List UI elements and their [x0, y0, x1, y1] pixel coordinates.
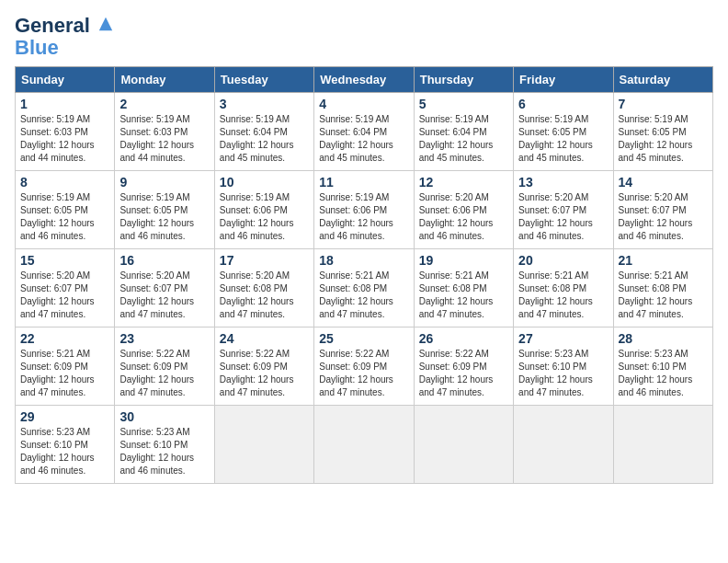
- day-number: 15: [20, 253, 109, 268]
- day-number: 18: [319, 253, 408, 268]
- cell-content: Sunrise: 5:19 AM Sunset: 6:04 PM Dayligh…: [319, 113, 408, 165]
- calendar-cell: 28 Sunrise: 5:23 AM Sunset: 6:10 PM Dayl…: [613, 327, 712, 406]
- day-number: 30: [119, 409, 209, 424]
- cell-content: Sunrise: 5:21 AM Sunset: 6:08 PM Dayligh…: [619, 270, 708, 321]
- calendar-cell: [314, 406, 414, 484]
- calendar-cell: 3 Sunrise: 5:19 AM Sunset: 6:04 PM Dayli…: [214, 93, 313, 171]
- cell-content: Sunrise: 5:21 AM Sunset: 6:09 PM Dayligh…: [20, 348, 109, 399]
- weekday-header-tuesday: Tuesday: [214, 67, 313, 93]
- cell-content: Sunrise: 5:21 AM Sunset: 6:08 PM Dayligh…: [319, 270, 408, 321]
- calendar-cell: 9 Sunrise: 5:19 AM Sunset: 6:05 PM Dayli…: [115, 171, 214, 249]
- svg-marker-0: [99, 17, 112, 30]
- cell-content: Sunrise: 5:20 AM Sunset: 6:06 PM Dayligh…: [419, 191, 508, 243]
- calendar-cell: 23 Sunrise: 5:22 AM Sunset: 6:09 PM Dayl…: [115, 327, 214, 406]
- cell-content: Sunrise: 5:19 AM Sunset: 6:03 PM Dayligh…: [20, 113, 109, 165]
- weekday-header-wednesday: Wednesday: [314, 67, 414, 93]
- day-number: 25: [319, 331, 408, 346]
- day-number: 3: [220, 97, 309, 111]
- calendar-table: SundayMondayTuesdayWednesdayThursdayFrid…: [15, 66, 713, 484]
- day-number: 19: [419, 253, 508, 268]
- calendar-cell: 25 Sunrise: 5:22 AM Sunset: 6:09 PM Dayl…: [314, 327, 414, 406]
- page-header: General Blue: [15, 15, 713, 59]
- day-number: 11: [319, 175, 408, 190]
- calendar-cell: 27 Sunrise: 5:23 AM Sunset: 6:10 PM Dayl…: [514, 327, 613, 406]
- day-number: 24: [220, 331, 309, 346]
- cell-content: Sunrise: 5:23 AM Sunset: 6:10 PM Dayligh…: [619, 348, 708, 399]
- calendar-cell: 30 Sunrise: 5:23 AM Sunset: 6:10 PM Dayl…: [115, 406, 214, 484]
- day-number: 13: [518, 175, 608, 190]
- calendar-cell: [414, 406, 513, 484]
- day-number: 26: [419, 331, 508, 346]
- cell-content: Sunrise: 5:20 AM Sunset: 6:08 PM Dayligh…: [220, 270, 309, 321]
- cell-content: Sunrise: 5:19 AM Sunset: 6:06 PM Dayligh…: [220, 191, 309, 243]
- day-number: 7: [619, 97, 708, 111]
- logo: General Blue: [15, 15, 114, 59]
- day-number: 16: [119, 253, 209, 268]
- cell-content: Sunrise: 5:21 AM Sunset: 6:08 PM Dayligh…: [518, 270, 608, 321]
- weekday-header-monday: Monday: [115, 67, 214, 93]
- day-number: 1: [20, 97, 109, 111]
- calendar-cell: 7 Sunrise: 5:19 AM Sunset: 6:05 PM Dayli…: [613, 93, 712, 171]
- logo-icon: [97, 16, 114, 32]
- cell-content: Sunrise: 5:22 AM Sunset: 6:09 PM Dayligh…: [319, 348, 408, 399]
- logo-text-line1: General: [15, 15, 114, 37]
- calendar-cell: [214, 406, 313, 484]
- cell-content: Sunrise: 5:22 AM Sunset: 6:09 PM Dayligh…: [419, 348, 508, 399]
- calendar-cell: 12 Sunrise: 5:20 AM Sunset: 6:06 PM Dayl…: [414, 171, 513, 249]
- calendar-cell: 1 Sunrise: 5:19 AM Sunset: 6:03 PM Dayli…: [16, 93, 115, 171]
- day-number: 27: [518, 331, 608, 346]
- day-number: 14: [619, 175, 708, 190]
- calendar-cell: 11 Sunrise: 5:19 AM Sunset: 6:06 PM Dayl…: [314, 171, 414, 249]
- calendar-cell: 15 Sunrise: 5:20 AM Sunset: 6:07 PM Dayl…: [16, 249, 115, 327]
- day-number: 6: [518, 97, 608, 111]
- calendar-cell: 21 Sunrise: 5:21 AM Sunset: 6:08 PM Dayl…: [613, 249, 712, 327]
- cell-content: Sunrise: 5:23 AM Sunset: 6:10 PM Dayligh…: [119, 426, 209, 477]
- cell-content: Sunrise: 5:19 AM Sunset: 6:05 PM Dayligh…: [518, 113, 608, 165]
- calendar-cell: 8 Sunrise: 5:19 AM Sunset: 6:05 PM Dayli…: [16, 171, 115, 249]
- day-number: 10: [220, 175, 309, 190]
- cell-content: Sunrise: 5:19 AM Sunset: 6:03 PM Dayligh…: [119, 113, 209, 165]
- calendar-cell: 4 Sunrise: 5:19 AM Sunset: 6:04 PM Dayli…: [314, 93, 414, 171]
- day-number: 22: [20, 331, 109, 346]
- calendar-cell: 13 Sunrise: 5:20 AM Sunset: 6:07 PM Dayl…: [514, 171, 613, 249]
- calendar-cell: 16 Sunrise: 5:20 AM Sunset: 6:07 PM Dayl…: [115, 249, 214, 327]
- day-number: 8: [20, 175, 109, 190]
- weekday-header-saturday: Saturday: [613, 67, 712, 93]
- cell-content: Sunrise: 5:20 AM Sunset: 6:07 PM Dayligh…: [518, 191, 608, 243]
- cell-content: Sunrise: 5:21 AM Sunset: 6:08 PM Dayligh…: [419, 270, 508, 321]
- weekday-header-sunday: Sunday: [16, 67, 115, 93]
- calendar-cell: 10 Sunrise: 5:19 AM Sunset: 6:06 PM Dayl…: [214, 171, 313, 249]
- calendar-cell: [613, 406, 712, 484]
- day-number: 23: [119, 331, 209, 346]
- calendar-cell: 24 Sunrise: 5:22 AM Sunset: 6:09 PM Dayl…: [214, 327, 313, 406]
- day-number: 21: [619, 253, 708, 268]
- cell-content: Sunrise: 5:23 AM Sunset: 6:10 PM Dayligh…: [518, 348, 608, 399]
- day-number: 29: [20, 409, 109, 424]
- calendar-cell: 5 Sunrise: 5:19 AM Sunset: 6:04 PM Dayli…: [414, 93, 513, 171]
- weekday-header-thursday: Thursday: [414, 67, 513, 93]
- calendar-cell: 17 Sunrise: 5:20 AM Sunset: 6:08 PM Dayl…: [214, 249, 313, 327]
- cell-content: Sunrise: 5:19 AM Sunset: 6:04 PM Dayligh…: [220, 113, 309, 165]
- calendar-cell: 29 Sunrise: 5:23 AM Sunset: 6:10 PM Dayl…: [16, 406, 115, 484]
- day-number: 5: [419, 97, 508, 111]
- cell-content: Sunrise: 5:22 AM Sunset: 6:09 PM Dayligh…: [119, 348, 209, 399]
- cell-content: Sunrise: 5:19 AM Sunset: 6:05 PM Dayligh…: [119, 191, 209, 243]
- cell-content: Sunrise: 5:19 AM Sunset: 6:06 PM Dayligh…: [319, 191, 408, 243]
- calendar-cell: 2 Sunrise: 5:19 AM Sunset: 6:03 PM Dayli…: [115, 93, 214, 171]
- calendar-cell: 26 Sunrise: 5:22 AM Sunset: 6:09 PM Dayl…: [414, 327, 513, 406]
- day-number: 28: [619, 331, 708, 346]
- day-number: 2: [119, 97, 209, 111]
- calendar-cell: 19 Sunrise: 5:21 AM Sunset: 6:08 PM Dayl…: [414, 249, 513, 327]
- logo-text-line2: Blue: [15, 37, 114, 59]
- cell-content: Sunrise: 5:20 AM Sunset: 6:07 PM Dayligh…: [619, 191, 708, 243]
- cell-content: Sunrise: 5:20 AM Sunset: 6:07 PM Dayligh…: [119, 270, 209, 321]
- calendar-cell: [514, 406, 613, 484]
- cell-content: Sunrise: 5:20 AM Sunset: 6:07 PM Dayligh…: [20, 270, 109, 321]
- cell-content: Sunrise: 5:23 AM Sunset: 6:10 PM Dayligh…: [20, 426, 109, 477]
- day-number: 17: [220, 253, 309, 268]
- day-number: 12: [419, 175, 508, 190]
- day-number: 4: [319, 97, 408, 111]
- cell-content: Sunrise: 5:19 AM Sunset: 6:05 PM Dayligh…: [619, 113, 708, 165]
- calendar-cell: 14 Sunrise: 5:20 AM Sunset: 6:07 PM Dayl…: [613, 171, 712, 249]
- calendar-cell: 22 Sunrise: 5:21 AM Sunset: 6:09 PM Dayl…: [16, 327, 115, 406]
